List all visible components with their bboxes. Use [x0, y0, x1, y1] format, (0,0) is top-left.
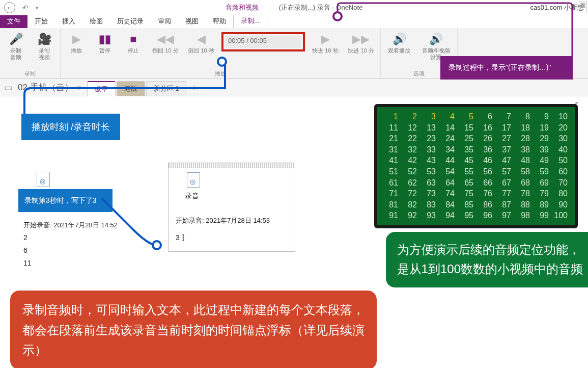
selection-drag-handle[interactable] [169, 163, 295, 168]
rewind-10s-button[interactable]: ◀倒回 10 秒 [186, 31, 216, 55]
add-section-button[interactable]: + [187, 83, 201, 92]
page-canvas[interactable]: ⤢ 播放时刻 /录音时长 录制第3秒时，写下了3 开始录音: 2021年7月28… [0, 96, 588, 366]
tab-draw[interactable]: 绘图 [82, 15, 110, 28]
group-record-label: 录制 [24, 69, 36, 77]
window-title: (正在录制...) 录音 - OneNote [279, 3, 363, 12]
timestamp-left: 开始录音: 2021年7月28日 14:52 [23, 219, 118, 231]
tab-history[interactable]: 历史记录 [110, 15, 151, 28]
note-block-selected[interactable]: 录音 开始录音: 2021年7月28日 14:53 3 I [168, 163, 295, 252]
note-line[interactable]: 6 [23, 244, 118, 257]
camcorder-icon: 🎥 [36, 32, 52, 46]
section-tab-0[interactable]: 徽章 [87, 81, 116, 96]
rewind-10m-button[interactable]: ◀◀倒回 10 分 [150, 31, 181, 55]
watch-playback-button[interactable]: 🔊观看播放 [385, 31, 413, 55]
rewind-icon: ◀ [193, 32, 209, 46]
pause-icon: ▮▮ [97, 32, 113, 46]
tab-help[interactable]: 帮助 [206, 15, 233, 28]
contextual-tab-label: 音频和视频 [226, 3, 259, 12]
section-tab-1[interactable]: 老版 [117, 81, 145, 96]
speaker-mic-icon: 🔊 [428, 32, 444, 46]
stop-button[interactable]: ■停止 [122, 31, 145, 55]
note-line[interactable]: 11 [23, 257, 118, 270]
notebook-picker[interactable]: 02.手机（云）▼ [14, 82, 86, 93]
pause-button[interactable]: ▮▮暂停 [93, 31, 117, 55]
search-button[interactable]: 搜 [579, 1, 587, 13]
group-playback-label: 播放 [215, 69, 226, 77]
tv-illustration: 1234567891011121314151617181920212223242… [374, 104, 578, 228]
forward-10m-button[interactable]: ▶▶快进 10 分 [346, 31, 376, 55]
tab-review[interactable]: 审阅 [151, 15, 178, 28]
forward-10s-button[interactable]: ▶快进 10 秒 [310, 31, 341, 55]
timecode-display: 00:05 / 00:05 [221, 32, 305, 51]
tab-file[interactable]: 文件 [0, 15, 27, 28]
audio-file-icon[interactable] [37, 172, 50, 187]
note-block-left[interactable]: 录制第3秒时，写下了3 开始录音: 2021年7月28日 14:52 2 6 1… [23, 172, 118, 270]
speaker-icon: 🔊 [391, 32, 407, 46]
mic-icon: 🎤 [8, 32, 24, 46]
record-video-button[interactable]: 🎥录制 视频 [33, 31, 56, 62]
ribbon: 🎤录制 音频 🎥录制 视频 录制 ▶播放 ▮▮暂停 ■停止 ◀◀倒回 10 分 … [0, 28, 588, 79]
play-button[interactable]: ▶播放 [65, 31, 88, 55]
forward-icon: ▶ [317, 32, 333, 46]
note-line[interactable]: 3 [176, 231, 180, 244]
annotation-recording-status: 录制过程中，显示"(正在录制…)" [440, 56, 573, 80]
notebook-icon[interactable]: ▭ [4, 82, 13, 93]
play-icon: ▶ [68, 32, 85, 46]
stop-icon: ■ [125, 32, 142, 46]
section-tab-2[interactable]: 新分区 1 [146, 81, 187, 96]
audio-file-icon[interactable] [187, 172, 200, 188]
annotation-wrote-3: 录制第3秒时，写下了3 [18, 189, 113, 212]
tab-insert[interactable]: 插入 [55, 15, 82, 28]
tab-recording[interactable]: 录制... [233, 14, 267, 28]
ribbon-tab-strip: 文件 开始 插入 绘图 历史记录 审阅 视图 帮助 录制... [0, 15, 588, 28]
rewind-fast-icon: ◀◀ [157, 32, 174, 46]
svg-point-2 [153, 241, 161, 249]
timestamp-selected: 开始录音: 2021年7月28日 14:53 [176, 215, 288, 226]
forward-fast-icon: ▶▶ [353, 32, 369, 46]
section-bar: ▭ 02.手机（云）▼ 徽章 老版 新分区 1 + 搜 [0, 79, 588, 96]
tab-home[interactable]: 开始 [27, 15, 55, 28]
title-bar: ← ↶ ▾ 音频和视频 (正在录制...) 录音 - OneNote cas01… [0, 0, 588, 15]
note-line[interactable]: 2 [23, 231, 118, 244]
group-options-label: 选项 [413, 69, 425, 77]
annotation-timecode: 播放时刻 /录音时长 [21, 114, 120, 140]
annotation-green: 为方便演示后续的音频定位功能， 是从1到100数数的小视频中的音频 [386, 232, 588, 287]
audio-file-label[interactable]: 录音 [185, 190, 288, 202]
text-cursor: I [182, 230, 185, 246]
tab-view[interactable]: 视图 [178, 15, 206, 28]
record-audio-button[interactable]: 🎤录制 音频 [4, 31, 27, 62]
annotation-red: 录制音频时，可同时输入文本，此过程中新建的每个文本段落，都会在段落前生成该录音当… [10, 291, 377, 368]
